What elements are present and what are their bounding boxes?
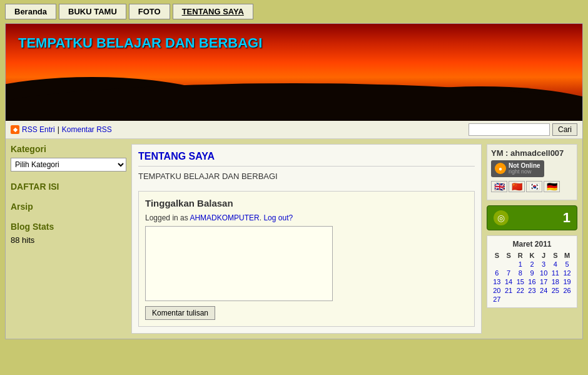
not-online-line2: right now bbox=[509, 169, 540, 175]
calendar-day[interactable]: 20 bbox=[491, 286, 503, 295]
calendar-body: 1234567891011121314151617181920212223242… bbox=[491, 260, 573, 304]
komentar-rss-link[interactable]: Komentar RSS bbox=[62, 125, 112, 134]
calendar-day[interactable]: 12 bbox=[561, 269, 573, 277]
calendar-day-link[interactable]: 2 bbox=[530, 260, 534, 268]
calendar-day-link[interactable]: 11 bbox=[552, 269, 559, 277]
calendar-day-link[interactable]: 6 bbox=[495, 269, 499, 277]
submit-comment-button[interactable]: Komentar tulisan bbox=[145, 306, 215, 320]
nav-foto[interactable]: FOTO bbox=[129, 4, 170, 19]
calendar-day[interactable]: 16 bbox=[526, 277, 538, 286]
calendar-day[interactable]: 23 bbox=[526, 286, 538, 295]
calendar-day-link[interactable]: 9 bbox=[530, 269, 534, 277]
calendar-day[interactable]: 4 bbox=[550, 260, 562, 269]
nav-tentang-saya[interactable]: TENTANG SAYA bbox=[173, 4, 253, 19]
calendar-day-link[interactable]: 16 bbox=[528, 278, 535, 285]
logged-in-user-link[interactable]: AHMADKOMPUTER bbox=[190, 213, 259, 222]
calendar-day[interactable]: 25 bbox=[550, 286, 562, 295]
blog-stats-section: Blog Stats 88 hits bbox=[11, 222, 126, 245]
logout-link[interactable]: Log out? bbox=[263, 213, 293, 222]
calendar-day[interactable]: 8 bbox=[514, 269, 526, 277]
comment-textarea[interactable] bbox=[145, 226, 333, 301]
calendar-day bbox=[503, 295, 515, 304]
flag-uk[interactable]: 🇬🇧 bbox=[491, 181, 507, 192]
calendar-day[interactable]: 1 bbox=[514, 260, 526, 269]
daftar-isi-section: DAFTAR ISI bbox=[11, 182, 126, 192]
calendar-day[interactable]: 11 bbox=[550, 269, 562, 277]
calendar-day[interactable]: 17 bbox=[538, 277, 550, 286]
calendar-day[interactable]: 7 bbox=[503, 269, 515, 277]
calendar-day-link[interactable]: 13 bbox=[493, 278, 500, 285]
calendar-day-link[interactable]: 25 bbox=[552, 287, 559, 294]
cal-header-s2: S bbox=[503, 251, 515, 260]
calendar-day bbox=[538, 295, 550, 304]
kategori-select[interactable]: Pilih Kategori bbox=[11, 158, 126, 172]
calendar-day[interactable]: 3 bbox=[538, 260, 550, 269]
calendar-day-link[interactable]: 21 bbox=[505, 287, 512, 294]
calendar-day[interactable]: 22 bbox=[514, 286, 526, 295]
calendar-day-link[interactable]: 10 bbox=[540, 269, 547, 277]
calendar-day[interactable]: 21 bbox=[503, 286, 515, 295]
calendar-row: 20212223242526 bbox=[491, 286, 573, 295]
calendar-day-link[interactable]: 23 bbox=[528, 287, 535, 294]
flag-kr[interactable]: 🇰🇷 bbox=[526, 181, 542, 192]
calendar-day-link[interactable]: 20 bbox=[493, 287, 500, 294]
calendar-day[interactable]: 2 bbox=[526, 260, 538, 269]
calendar-day-link[interactable]: 4 bbox=[554, 260, 557, 268]
cal-header-k: K bbox=[526, 251, 538, 260]
calendar-day[interactable]: 10 bbox=[538, 269, 550, 277]
calendar-day-link[interactable]: 14 bbox=[505, 278, 512, 285]
calendar-day-link[interactable]: 19 bbox=[563, 278, 570, 285]
right-sidebar: YM : ahmadcell007 ● Not Online right now… bbox=[487, 144, 577, 334]
nav-beranda[interactable]: Beranda bbox=[5, 4, 56, 19]
calendar-day-link[interactable]: 18 bbox=[552, 278, 559, 285]
calendar-day-link[interactable]: 1 bbox=[519, 260, 522, 268]
calendar-day-link[interactable]: 24 bbox=[540, 287, 547, 294]
calendar-row: 6789101112 bbox=[491, 269, 573, 277]
comment-section-title: Tinggalkan Balasan bbox=[145, 198, 468, 208]
calendar-day-link[interactable]: 22 bbox=[517, 287, 524, 294]
calendar-day[interactable]: 9 bbox=[526, 269, 538, 277]
calendar-day[interactable]: 5 bbox=[561, 260, 573, 269]
calendar-day-link[interactable]: 27 bbox=[493, 295, 500, 303]
calendar-day bbox=[561, 295, 573, 304]
cal-header-j: J bbox=[538, 251, 550, 260]
calendar-day[interactable]: 18 bbox=[550, 277, 562, 286]
nav-buku-tamu[interactable]: BUKU TAMU bbox=[59, 4, 126, 19]
calendar-day-link[interactable]: 17 bbox=[540, 278, 547, 285]
calendar-day-link[interactable]: 26 bbox=[563, 287, 570, 294]
rss-entri-link[interactable]: RSS Entri bbox=[22, 125, 55, 134]
calendar-day bbox=[526, 295, 538, 304]
calendar-day-link[interactable]: 15 bbox=[517, 278, 524, 285]
comment-section: Tinggalkan Balasan Logged in as AHMADKOM… bbox=[138, 191, 475, 327]
calendar-day bbox=[491, 260, 503, 269]
calendar-row: 27 bbox=[491, 295, 573, 304]
arsip-section: Arsip bbox=[11, 202, 126, 212]
calendar-day[interactable]: 27 bbox=[491, 295, 503, 304]
search-button[interactable]: Cari bbox=[552, 123, 577, 136]
flag-row: 🇬🇧 🇨🇳 🇰🇷 🇩🇪 bbox=[491, 181, 573, 192]
calendar-day-link[interactable]: 12 bbox=[563, 269, 570, 277]
calendar-day[interactable]: 15 bbox=[514, 277, 526, 286]
calendar-day[interactable]: 26 bbox=[561, 286, 573, 295]
calendar-day[interactable]: 13 bbox=[491, 277, 503, 286]
flag-cn[interactable]: 🇨🇳 bbox=[509, 181, 525, 192]
calendar-day[interactable]: 24 bbox=[538, 286, 550, 295]
flag-de[interactable]: 🇩🇪 bbox=[544, 181, 560, 192]
calendar-day[interactable]: 14 bbox=[503, 277, 515, 286]
page-subtext: TEMPATKU BELAJAR DAN BERBAGI bbox=[138, 172, 475, 181]
blog-stats-title: Blog Stats bbox=[11, 222, 126, 232]
calendar-day[interactable]: 19 bbox=[561, 277, 573, 286]
cal-header-s3: S bbox=[550, 251, 562, 260]
calendar-day-link[interactable]: 8 bbox=[519, 269, 522, 277]
subscribe-button[interactable]: ◎ 1 bbox=[487, 205, 577, 230]
calendar-day-link[interactable]: 5 bbox=[565, 260, 569, 268]
calendar-day[interactable]: 6 bbox=[491, 269, 503, 277]
calendar-day-link[interactable]: 7 bbox=[507, 269, 510, 277]
main-content: Kategori Pilih Kategori DAFTAR ISI Arsip… bbox=[6, 139, 582, 339]
cal-header-m: M bbox=[561, 251, 573, 260]
calendar-row: 12345 bbox=[491, 260, 573, 269]
search-input[interactable] bbox=[469, 123, 550, 136]
calendar-day-link[interactable]: 3 bbox=[542, 260, 545, 268]
not-online-badge[interactable]: ● Not Online right now bbox=[491, 160, 544, 177]
calendar-section: Maret 2011 S S R K J S M bbox=[487, 235, 577, 308]
